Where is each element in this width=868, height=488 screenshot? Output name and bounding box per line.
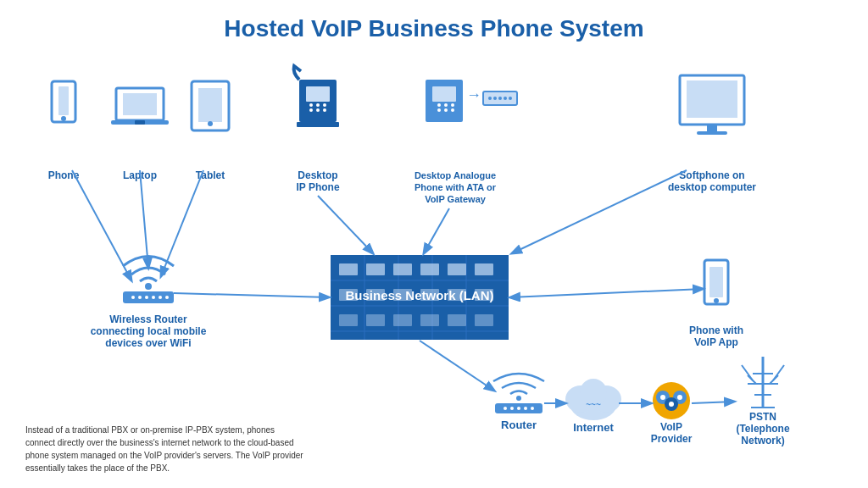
- voip-provider-icon: [653, 382, 690, 419]
- svg-point-46: [145, 296, 148, 299]
- voip-provider-label: VoIP: [660, 421, 682, 433]
- svg-rect-67: [448, 263, 466, 275]
- svg-text:~~~: ~~~: [586, 400, 601, 409]
- svg-rect-63: [339, 263, 358, 275]
- svg-point-2: [61, 116, 66, 121]
- svg-point-32: [498, 97, 502, 100]
- softphone-label: Softphone on: [679, 169, 744, 181]
- svg-point-27: [451, 108, 454, 112]
- svg-text:devices over WiFi: devices over WiFi: [105, 337, 191, 349]
- laptop-icon: [111, 88, 169, 125]
- svg-rect-8: [198, 88, 222, 122]
- diagram-svg: Phone Laptop Tablet Desktop IP Phone: [0, 39, 868, 488]
- phone-to-router-arrow: [72, 170, 131, 280]
- svg-point-85: [517, 407, 520, 410]
- desktop-ip-phone-icon: [294, 66, 339, 127]
- svg-line-104: [770, 375, 778, 384]
- svg-point-30: [488, 97, 492, 100]
- svg-rect-21: [432, 86, 456, 102]
- svg-text:Phone with ATA or: Phone with ATA or: [415, 182, 497, 192]
- svg-rect-64: [366, 263, 385, 275]
- svg-rect-1: [58, 86, 69, 115]
- svg-point-17: [323, 108, 326, 112]
- phone-voip-to-network-arrow: [510, 289, 703, 297]
- svg-point-42: [145, 283, 152, 290]
- svg-text:VoIP App: VoIP App: [694, 336, 738, 348]
- svg-rect-53: [709, 267, 723, 297]
- desktop-ip-to-network-arrow: [318, 196, 373, 253]
- svg-rect-18: [297, 122, 339, 127]
- phone-voip-label: Phone with: [689, 324, 743, 336]
- svg-rect-39: [707, 125, 717, 131]
- svg-point-15: [309, 108, 313, 112]
- svg-point-24: [451, 103, 454, 107]
- svg-rect-40: [697, 131, 727, 135]
- svg-point-45: [138, 296, 142, 299]
- svg-text:connecting local mobile: connecting local mobile: [91, 325, 207, 337]
- svg-rect-6: [135, 120, 145, 125]
- svg-rect-77: [393, 314, 412, 326]
- softphone-to-network-arrow: [512, 170, 687, 253]
- svg-text:Network): Network): [741, 435, 784, 446]
- phone-voip-icon: [704, 260, 728, 304]
- svg-point-12: [309, 103, 313, 107]
- svg-point-54: [714, 298, 719, 303]
- svg-rect-80: [475, 314, 493, 326]
- svg-point-26: [444, 108, 448, 112]
- svg-text:IP Phone: IP Phone: [296, 181, 339, 193]
- router-bottom-icon: [493, 374, 544, 413]
- svg-rect-79: [448, 314, 466, 326]
- svg-rect-38: [687, 80, 737, 118]
- svg-rect-76: [366, 314, 385, 326]
- svg-rect-68: [475, 263, 493, 275]
- svg-line-103: [748, 375, 756, 384]
- svg-rect-4: [123, 93, 157, 115]
- svg-text:VoIP Gateway: VoIP Gateway: [425, 194, 487, 204]
- svg-rect-78: [420, 314, 439, 326]
- svg-point-87: [531, 407, 534, 410]
- business-network-label: Business Network (LAN): [345, 288, 493, 302]
- internet-icon: ~~~: [565, 379, 621, 420]
- svg-point-31: [493, 97, 497, 100]
- svg-point-44: [131, 296, 135, 299]
- svg-point-47: [152, 296, 155, 299]
- info-text: Instead of a traditional PBX or on-premi…: [25, 424, 305, 474]
- svg-rect-65: [393, 263, 412, 275]
- svg-rect-11: [306, 86, 330, 102]
- svg-point-25: [437, 108, 441, 112]
- svg-text:desktop computer: desktop computer: [668, 181, 756, 193]
- svg-rect-75: [339, 314, 358, 326]
- svg-point-13: [316, 103, 320, 107]
- wireless-router-label: Wireless Router: [109, 313, 187, 325]
- desktop-ip-label: Desktop: [298, 169, 337, 181]
- svg-point-16: [316, 108, 320, 112]
- desktop-analogue-label: Desktop Analogue: [415, 170, 496, 180]
- tablet-icon: [192, 81, 229, 130]
- laptop-to-router-arrow: [140, 170, 148, 268]
- desktop-analogue-icon: →: [426, 80, 517, 122]
- pstn-icon: [742, 357, 784, 408]
- svg-rect-66: [420, 263, 439, 275]
- phone-icon: [52, 81, 75, 122]
- svg-text:Provider: Provider: [651, 433, 693, 445]
- voip-to-pstn-arrow: [692, 402, 734, 403]
- svg-point-81: [516, 396, 521, 401]
- tablet-to-router-arrow: [161, 170, 203, 276]
- svg-point-14: [323, 103, 326, 107]
- svg-text:→: →: [466, 86, 481, 103]
- svg-point-22: [437, 103, 441, 107]
- svg-point-49: [165, 296, 169, 299]
- svg-point-97: [660, 395, 665, 400]
- svg-point-86: [524, 407, 527, 410]
- svg-point-83: [504, 407, 507, 410]
- network-to-router-arrow: [420, 341, 494, 391]
- svg-point-48: [159, 296, 162, 299]
- svg-text:(Telephone: (Telephone: [736, 423, 789, 435]
- svg-point-99: [669, 402, 674, 407]
- softphone-icon: [680, 75, 744, 135]
- svg-point-9: [208, 121, 213, 126]
- svg-point-23: [444, 103, 448, 107]
- svg-point-34: [509, 97, 512, 100]
- analogue-to-network-arrow: [424, 208, 449, 253]
- pstn-label: PSTN: [749, 411, 776, 423]
